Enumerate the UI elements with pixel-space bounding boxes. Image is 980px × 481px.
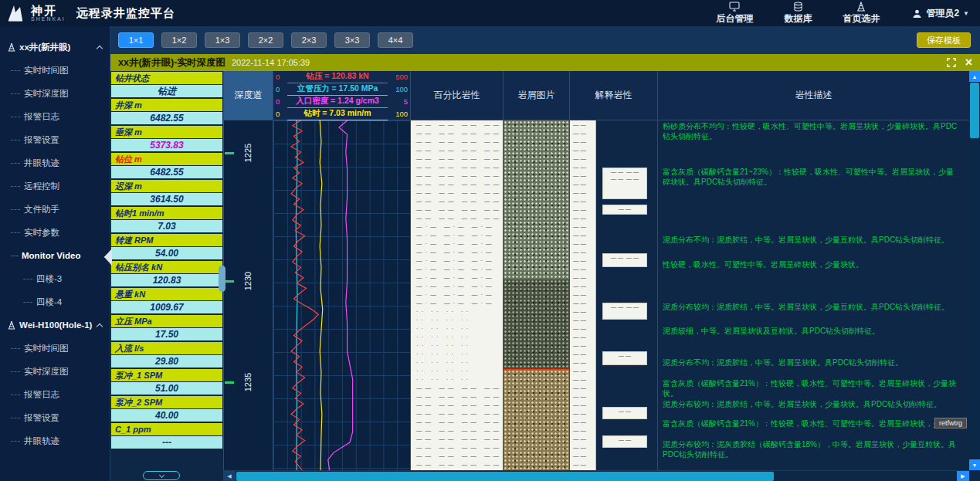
parameter-label: 迟深 m bbox=[111, 180, 222, 192]
sidebar-item[interactable]: 文件助手 bbox=[0, 198, 110, 221]
user-icon bbox=[912, 8, 922, 19]
lithology-pattern-row: — — bbox=[570, 409, 595, 418]
params-collapse-handle[interactable] bbox=[219, 266, 226, 292]
sidebar-group-label: Wei-H100(Hole-1) bbox=[19, 320, 92, 330]
lithology-pattern-row: — — — — — — — — bbox=[411, 154, 503, 163]
lithology-description: 泥质分布不均：泥质胶结，中等。岩屑呈块状，少量豆粒状。具PDC钻头切削特征。 bbox=[663, 235, 960, 246]
scroll-left-icon[interactable]: ◀ bbox=[223, 471, 236, 481]
sidebar-item-label: 实时深度图 bbox=[24, 88, 69, 100]
column-header-cuttings-photo: 岩屑图片 bbox=[504, 71, 570, 120]
topnav-item[interactable]: 首页选井 bbox=[843, 2, 880, 25]
curve-title: 入口密度 = 1.24 g/cm3 bbox=[287, 96, 388, 108]
fullscreen-icon[interactable] bbox=[947, 58, 956, 67]
sidebar-item[interactable]: 报警日志 bbox=[0, 105, 110, 128]
lithology-pattern-row: — — — — — — — — bbox=[411, 146, 503, 154]
scrollbar-corner bbox=[969, 470, 980, 481]
lithology-description: 富含灰质（碳酸钙含量21%）：性较硬，吸水性、可塑性中等。岩屑呈碎块状，少量块状… bbox=[663, 379, 960, 398]
layout-toolbar: 1×11×21×32×22×33×34×4 保存模板 bbox=[110, 26, 980, 54]
sidebar-item[interactable]: 实时深度图 bbox=[0, 360, 110, 383]
interp-block: — — — — — — — — bbox=[602, 168, 647, 199]
lithology-pattern-row: — · — — · — — · — bbox=[411, 282, 503, 290]
user-menu[interactable]: 管理员2 ▼ bbox=[912, 7, 969, 20]
vertical-scrollbar[interactable]: ▲ ▼ bbox=[969, 71, 980, 470]
horizontal-scrollbar[interactable]: ◀ ▶ bbox=[223, 470, 969, 481]
layout-button-3x3[interactable]: 3×3 bbox=[334, 32, 370, 48]
scroll-right-icon[interactable]: ▶ bbox=[957, 471, 969, 481]
lithology-pattern-row: · · · · · · · · bbox=[411, 333, 503, 341]
sidebar-item[interactable]: 远程控制 bbox=[0, 174, 110, 198]
depth-tick-mark bbox=[225, 280, 234, 283]
well-icon bbox=[8, 320, 15, 330]
layout-button-2x3[interactable]: 2×3 bbox=[291, 32, 327, 48]
body-frame: xx井(新井眼)实时时间图实时深度图报警日志报警设置井眼轨迹远程控制文件助手实时… bbox=[0, 26, 980, 481]
sidebar-item[interactable]: 实时时间图 bbox=[0, 59, 110, 82]
brand-names: 神开 SHENKAI bbox=[31, 5, 66, 22]
scroll-down-icon[interactable]: ▼ bbox=[969, 459, 980, 470]
chevron-up-icon bbox=[97, 323, 103, 329]
parameter-value: 5373.83 bbox=[111, 139, 222, 151]
curve-scale-max: 100 bbox=[388, 85, 408, 93]
monitor-icon bbox=[729, 2, 740, 12]
lithology-description: 富含灰质（碳酸钙含量21%）：性较硬，吸水性、可塑性中等。岩屑呈碎块状，少量 bbox=[663, 419, 960, 429]
sidebar-subitem[interactable]: 四楼-3 bbox=[0, 267, 110, 290]
tree-connector bbox=[11, 232, 20, 233]
lithology-pattern-row: — — — — — — — — bbox=[411, 171, 503, 180]
percent-lithology-track: — — — — — — — —— — — — — — — —— — — — — … bbox=[411, 120, 504, 470]
params-scroll-widget[interactable] bbox=[143, 471, 180, 480]
sidebar-group-header[interactable]: xx井(新井眼) bbox=[0, 36, 110, 59]
sidebar: xx井(新井眼)实时时间图实时深度图报警日志报警设置井眼轨迹远程控制文件助手实时… bbox=[0, 26, 110, 481]
topnav-item[interactable]: 数据库 bbox=[784, 2, 812, 25]
layout-button-1x1[interactable]: 1×1 bbox=[118, 32, 154, 48]
close-icon[interactable]: × bbox=[965, 56, 972, 69]
topnav-label: 数据库 bbox=[784, 12, 812, 25]
layout-button-1x2[interactable]: 1×2 bbox=[161, 32, 197, 48]
sidebar-group-header[interactable]: Wei-H100(Hole-1) bbox=[0, 313, 110, 337]
topnav-item[interactable]: 后台管理 bbox=[716, 2, 753, 25]
app-window: 神开 SHENKAI 远程录井监控平台 后台管理数据库首页选井 管理员2 ▼ x… bbox=[0, 0, 980, 481]
sidebar-subitem[interactable]: 四楼-4 bbox=[0, 290, 110, 313]
depth-tick-mark bbox=[225, 152, 234, 154]
panel-title: xx井(新井眼)-实时深度图 bbox=[118, 56, 226, 69]
sidebar-subitem-label: 四楼-4 bbox=[36, 296, 62, 308]
save-template-button[interactable]: 保存模板 bbox=[917, 32, 971, 48]
curve-scale-max: 500 bbox=[388, 73, 408, 81]
lithology-description: 粉砂质分布不均匀：性较硬，吸水性、可塑性中等。岩屑呈块状，少量碎块状。具PDC钻… bbox=[663, 122, 960, 141]
lithology-description: 富含灰质（碳酸钙含量21~23%）：性较硬，吸水性、可塑性中等。岩屑呈块状，少量… bbox=[663, 168, 960, 187]
lithology-pattern-row: · · · · · · · · bbox=[411, 324, 503, 333]
curve-title: 立管压力 = 17.50 MPa bbox=[287, 83, 388, 96]
column-header-lithology-description: 岩性描述 bbox=[658, 71, 969, 120]
sidebar-item[interactable]: 实时时间图 bbox=[0, 337, 110, 360]
lithology-pattern-row: — — — — — — — — bbox=[411, 418, 503, 426]
lithology-pattern-row: — · — — · — — · — bbox=[411, 265, 503, 273]
parameter-label: 泵冲_2 SPM bbox=[111, 396, 222, 408]
lithology-pattern-row: — — bbox=[570, 435, 595, 443]
lithology-pattern-row: — — bbox=[570, 120, 595, 129]
sidebar-item[interactable]: 井眼轨迹 bbox=[0, 151, 110, 174]
depth-tick-label: 1230 bbox=[243, 269, 253, 293]
layout-button-2x2[interactable]: 2×2 bbox=[248, 32, 283, 48]
vertical-scroll-track[interactable] bbox=[969, 139, 980, 459]
sidebar-item[interactable]: 报警设置 bbox=[0, 128, 110, 151]
curve-track[interactable] bbox=[273, 120, 411, 470]
scroll-up-icon[interactable]: ▲ bbox=[969, 71, 980, 82]
curve-title: 钻压 = 120.83 kN bbox=[287, 71, 388, 83]
vertical-scroll-thumb[interactable] bbox=[970, 83, 979, 138]
curve-header-row: 0钻压 = 120.83 kN500 bbox=[273, 71, 410, 83]
sidebar-item[interactable]: 井眼轨迹 bbox=[0, 429, 110, 452]
sidebar-item[interactable]: 实时参数 bbox=[0, 221, 110, 244]
sidebar-subgroup-header[interactable]: Monitor Video bbox=[0, 244, 110, 267]
layout-button-1x3[interactable]: 1×3 bbox=[205, 32, 240, 48]
parameter-label: 钻压别名 kN bbox=[111, 261, 222, 273]
lithology-pattern-row: · · · · · · · · bbox=[411, 316, 503, 324]
top-nav: 后台管理数据库首页选井 bbox=[716, 2, 880, 25]
horizontal-scroll-thumb[interactable] bbox=[236, 472, 774, 481]
sidebar-item[interactable]: 报警日志 bbox=[0, 383, 110, 406]
sidebar-item[interactable]: 实时深度图 bbox=[0, 82, 110, 105]
lithology-pattern-row: — — bbox=[570, 350, 595, 358]
sidebar-collapse-handle[interactable] bbox=[104, 249, 112, 266]
lithology-pattern-row: — — — — — — — — bbox=[411, 460, 503, 469]
lithology-pattern-row: — — bbox=[570, 367, 595, 375]
sidebar-item[interactable]: 报警设置 bbox=[0, 406, 110, 429]
layout-button-4x4[interactable]: 4×4 bbox=[378, 32, 413, 48]
lithology-pattern-row: — — — — — — — — bbox=[411, 409, 503, 418]
